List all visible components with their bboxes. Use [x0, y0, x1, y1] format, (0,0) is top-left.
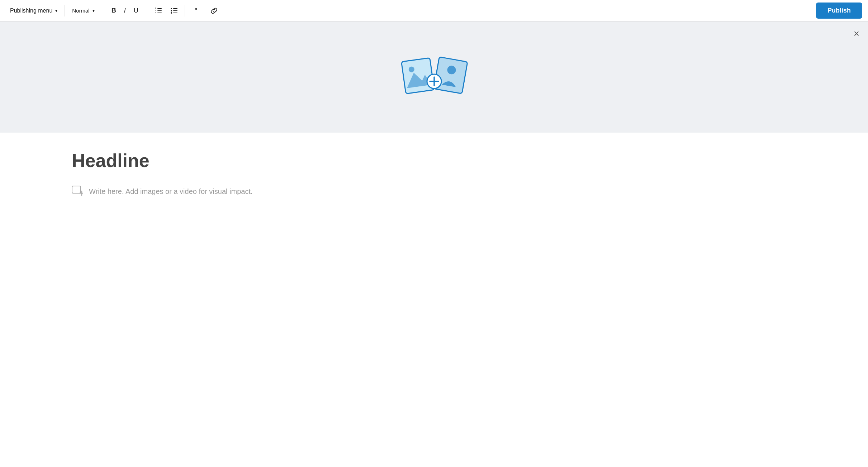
quote-link-group: "	[191, 4, 222, 18]
svg-point-11	[171, 12, 172, 14]
media-area[interactable]: ×	[0, 22, 868, 133]
svg-rect-6	[173, 8, 177, 9]
toolbar-divider-4	[185, 5, 185, 16]
toolbar-divider-2	[102, 5, 102, 16]
svg-rect-20	[72, 186, 81, 193]
write-prompt-row[interactable]: Write here. Add images or a video for vi…	[72, 186, 796, 197]
publish-button[interactable]: Publish	[816, 3, 862, 19]
svg-rect-2	[157, 13, 162, 13]
normal-chevron-icon: ▾	[93, 8, 95, 13]
svg-rect-0	[157, 8, 162, 9]
svg-rect-8	[173, 13, 177, 13]
headline[interactable]: Headline	[72, 150, 796, 171]
unordered-list-button[interactable]	[167, 4, 182, 18]
quote-icon: "	[194, 7, 202, 15]
add-media-illustration	[397, 52, 472, 102]
ordered-list-icon: 1 2 3	[155, 7, 162, 15]
write-prompt-text[interactable]: Write here. Add images or a video for vi…	[89, 187, 253, 196]
underline-button[interactable]: U	[130, 4, 142, 17]
list-buttons-group: 1 2 3	[151, 4, 182, 18]
unordered-list-icon	[170, 7, 178, 15]
svg-text:": "	[195, 7, 197, 15]
quote-button[interactable]: "	[191, 4, 206, 18]
svg-text:3: 3	[155, 11, 156, 14]
link-button[interactable]	[207, 4, 222, 18]
publishing-menu-button[interactable]: Publishing menu ▾	[6, 5, 62, 17]
publishing-menu-label: Publishing menu	[10, 8, 52, 14]
normal-style-label: Normal	[72, 8, 89, 14]
italic-button[interactable]: I	[120, 4, 129, 17]
toolbar: Publishing menu ▾ Normal ▾ B I U	[0, 0, 868, 22]
svg-point-9	[171, 8, 172, 9]
svg-rect-7	[173, 10, 177, 11]
svg-rect-1	[157, 10, 162, 11]
toolbar-left: Publishing menu ▾ Normal ▾ B I U	[6, 4, 222, 18]
format-buttons-group: B I U	[108, 4, 142, 17]
svg-point-10	[171, 10, 172, 11]
normal-style-dropdown[interactable]: Normal ▾	[68, 5, 99, 16]
chevron-down-icon: ▾	[55, 8, 57, 13]
link-icon	[210, 7, 218, 15]
ordered-list-button[interactable]: 1 2 3	[151, 4, 166, 18]
bold-button[interactable]: B	[108, 4, 120, 17]
toolbar-divider-1	[65, 5, 65, 16]
add-block-icon[interactable]	[72, 186, 83, 197]
media-upload-icon[interactable]	[397, 52, 472, 102]
close-button[interactable]: ×	[854, 28, 859, 39]
toolbar-divider-3	[145, 5, 145, 16]
content-area: Headline Write here. Add images or a vid…	[0, 133, 868, 226]
